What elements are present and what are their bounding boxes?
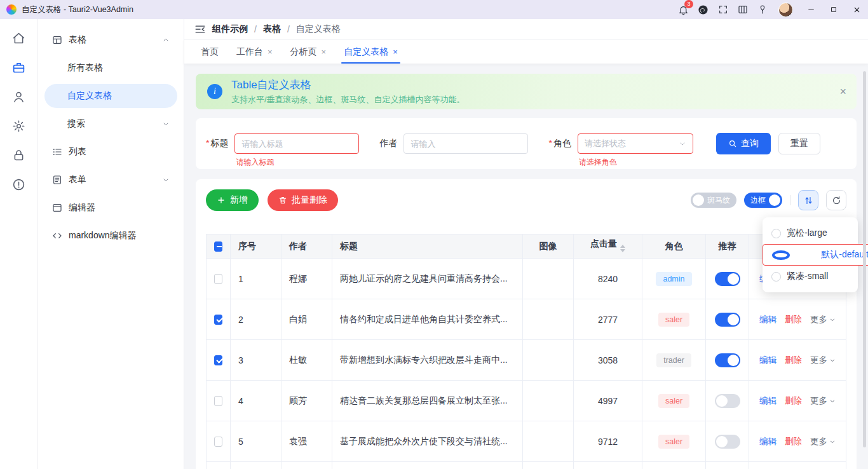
edit-link[interactable]: 编辑 — [759, 436, 776, 447]
role-tag: saler — [658, 435, 689, 449]
more-link[interactable]: 更多 — [810, 314, 836, 325]
info-banner: i Table自定义表格 支持水平/垂直滚动条、边框、斑马纹、自定义插槽内容等功… — [196, 74, 857, 109]
breadcrumb-separator: / — [287, 24, 290, 34]
cell-index: 4 — [231, 381, 281, 421]
author-input[interactable] — [403, 133, 528, 154]
chevron-down-icon — [829, 316, 836, 323]
delete-link[interactable]: 删除 — [785, 395, 802, 407]
breadcrumb-item[interactable]: 表格 — [263, 24, 281, 35]
rail-user-icon[interactable] — [6, 84, 32, 109]
sidebar-item-markdown-editor[interactable]: markdown编辑器 — [44, 224, 177, 248]
cell-title: 基子展成能把众外次片使下段交与清社统... — [332, 421, 523, 462]
border-toggle[interactable]: 边框 — [744, 193, 782, 208]
rail-home-icon[interactable] — [6, 25, 32, 51]
sidebar-item-form-group[interactable]: 表单 — [44, 168, 177, 192]
sidebar-item-editor[interactable]: 编辑器 — [44, 196, 177, 220]
table-card: 新增 批量删除 斑马纹 边框 — [196, 179, 857, 469]
reset-button-label: 重置 — [790, 138, 808, 149]
title-input[interactable] — [234, 133, 359, 154]
column-header-clicks[interactable]: 点击量 — [574, 234, 642, 259]
row-checkbox[interactable] — [214, 315, 222, 325]
pin-icon[interactable] — [752, 0, 772, 19]
notification-bell-icon[interactable]: 3 — [674, 0, 693, 19]
more-link[interactable]: 更多 — [810, 355, 836, 366]
row-checkbox[interactable] — [214, 396, 222, 406]
github-icon[interactable] — [693, 0, 713, 19]
fullscreen-icon[interactable] — [713, 0, 733, 19]
cell-index: 5 — [231, 421, 281, 462]
row-checkbox[interactable] — [214, 437, 222, 447]
search-button[interactable]: 查询 — [716, 133, 771, 154]
tab-analysis[interactable]: 分析页 × — [281, 40, 336, 64]
cell-author: 白娟 — [281, 299, 332, 340]
maximize-button[interactable] — [822, 0, 845, 19]
sidebar-item-list[interactable]: 列表 — [44, 140, 177, 164]
row-checkbox[interactable] — [214, 274, 222, 284]
cell-index: 3 — [231, 340, 281, 381]
list-icon — [52, 147, 62, 157]
role-select[interactable]: 请选择状态 — [578, 133, 693, 154]
table-row: 5 袁强 基子展成能把众外次片使下段交与清社统... 9712 saler 编辑… — [207, 421, 846, 462]
tab-workbench[interactable]: 工作台 × — [227, 40, 281, 64]
more-link[interactable]: 更多 — [810, 395, 836, 407]
layout-settings-icon[interactable] — [733, 0, 752, 19]
delete-link[interactable]: 删除 — [785, 355, 802, 366]
add-button[interactable]: 新增 — [206, 189, 259, 211]
recommend-toggle[interactable] — [715, 272, 740, 286]
column-header-author: 作者 — [281, 234, 332, 259]
sidebar-item-search-group[interactable]: 搜索 — [44, 112, 177, 136]
delete-link[interactable]: 删除 — [785, 314, 802, 325]
table-size-button[interactable] — [798, 190, 818, 210]
sidebar-item-label: markdown编辑器 — [69, 230, 137, 241]
required-marker: * — [206, 138, 209, 148]
data-table: 序号 作者 标题 图像 点击量 角色 推荐 — [206, 234, 846, 469]
rail-about-icon[interactable] — [6, 172, 32, 197]
role-tag: admin — [656, 272, 691, 286]
select-all-checkbox[interactable] — [214, 241, 222, 252]
sidebar-item-label: 表格 — [69, 34, 86, 46]
batch-delete-button[interactable]: 批量删除 — [268, 189, 338, 211]
zebra-stripe-label: 斑马纹 — [707, 195, 730, 206]
recommend-toggle[interactable] — [715, 394, 740, 408]
vertical-scrollbar-thumb[interactable] — [863, 71, 866, 447]
refresh-button[interactable] — [826, 190, 846, 210]
reset-button[interactable]: 重置 — [778, 133, 820, 154]
banner-close-icon[interactable]: × — [839, 86, 846, 97]
sort-icon[interactable] — [620, 242, 625, 255]
breadcrumb-item[interactable]: 组件示例 — [212, 24, 248, 35]
role-validation-error: 请选择角色 — [579, 157, 617, 168]
recommend-toggle[interactable] — [715, 313, 740, 327]
minimize-button[interactable] — [799, 0, 822, 19]
collapse-menu-icon[interactable] — [194, 24, 206, 35]
sidebar-item-table-group[interactable]: 表格 — [44, 28, 177, 52]
edit-link[interactable]: 编辑 — [759, 395, 776, 407]
rail-settings-icon[interactable] — [6, 113, 32, 139]
close-window-button[interactable] — [845, 0, 868, 19]
recommend-toggle[interactable] — [715, 435, 740, 449]
tab-close-icon[interactable]: × — [268, 47, 273, 57]
table-row: 4 顾芳 精达音二族关复那总层四备展立制太至张... 4997 saler 编辑… — [207, 381, 846, 421]
search-button-label: 查询 — [741, 138, 759, 149]
rail-lock-icon[interactable] — [6, 142, 32, 168]
user-avatar[interactable] — [778, 3, 793, 17]
tab-close-icon[interactable]: × — [393, 47, 398, 57]
tab-home[interactable]: 首页 — [192, 40, 227, 64]
recommend-toggle[interactable] — [715, 353, 740, 367]
row-checkbox[interactable] — [214, 355, 222, 365]
rail-components-icon[interactable] — [6, 55, 32, 80]
tab-close-icon[interactable]: × — [322, 47, 327, 57]
zebra-stripe-toggle[interactable]: 斑马纹 — [691, 193, 736, 208]
more-link[interactable]: 更多 — [810, 436, 836, 447]
sidebar-item-all-tables[interactable]: 所有表格 — [44, 56, 177, 80]
border-label: 边框 — [750, 195, 766, 206]
size-option-large[interactable]: 宽松-large — [763, 222, 858, 244]
delete-link[interactable]: 删除 — [785, 436, 802, 447]
column-header-title: 标题 — [332, 234, 523, 259]
size-option-small[interactable]: 紧凑-small — [763, 266, 858, 287]
size-option-default[interactable]: 默认-default — [763, 244, 868, 266]
sidebar-item-custom-table[interactable]: 自定义表格 — [44, 84, 177, 108]
tab-custom-table[interactable]: 自定义表格 × — [335, 40, 407, 64]
edit-link[interactable]: 编辑 — [759, 355, 776, 366]
table-row-partial — [207, 462, 846, 469]
edit-link[interactable]: 编辑 — [759, 314, 776, 325]
